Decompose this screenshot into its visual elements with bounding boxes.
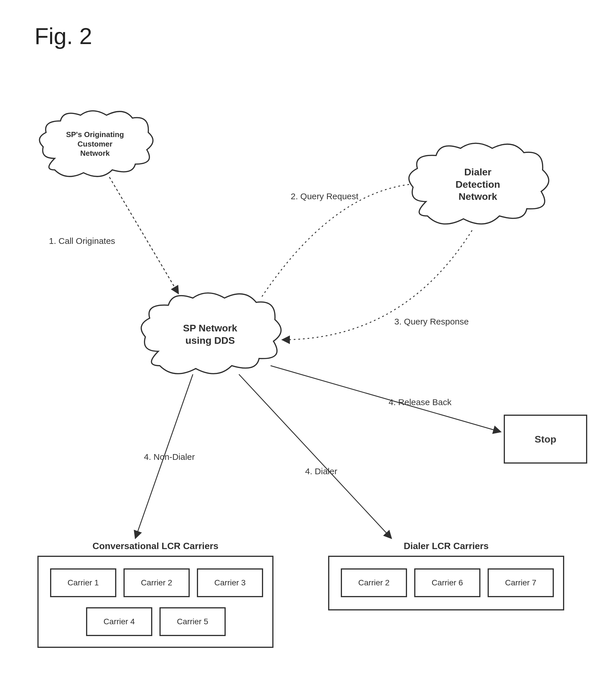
edge-label-query-response: 3. Query Response xyxy=(394,317,469,326)
edge-label-call-originates: 1. Call Originates xyxy=(49,236,115,246)
cloud-customer-line2: Customer xyxy=(47,140,144,149)
carrier-dialer-1: Carrier 2 xyxy=(341,569,407,597)
cloud-dialer-detection-network: Dialer Detection Network xyxy=(403,135,553,233)
edge-label-dialer: 4. Dialer xyxy=(305,467,337,476)
stop-box: Stop xyxy=(504,415,587,464)
carrier-conv-3: Carrier 3 xyxy=(197,569,263,597)
carrier-conv-2: Carrier 2 xyxy=(124,569,190,597)
group-conversational-title: Conversational LCR Carriers xyxy=(39,541,272,551)
svg-line-0 xyxy=(109,177,178,294)
cloud-customer-network: SP's Originating Customer Network xyxy=(35,104,155,184)
cloud-dds-line2: using DDS xyxy=(150,334,270,346)
edge-label-non-dialer: 4. Non-Dialer xyxy=(144,452,195,462)
carrier-conv-5: Carrier 5 xyxy=(159,607,226,636)
group-conversational-carriers: Conversational LCR Carriers Carrier 1 Ca… xyxy=(38,556,273,648)
group-dialer-title: Dialer LCR Carriers xyxy=(329,541,563,551)
carrier-dialer-2: Carrier 6 xyxy=(414,569,480,597)
carrier-conv-4: Carrier 4 xyxy=(86,607,152,636)
cloud-ddn-line3: Network xyxy=(418,190,538,203)
figure-label: Fig. 2 xyxy=(35,23,92,49)
carrier-conv-1: Carrier 1 xyxy=(50,569,116,597)
carrier-dialer-3: Carrier 7 xyxy=(488,569,554,597)
cloud-ddn-line1: Dialer xyxy=(418,166,538,178)
edge-label-query-request: 2. Query Request xyxy=(291,191,358,201)
svg-line-3 xyxy=(239,374,392,538)
cloud-ddn-line2: Detection xyxy=(418,178,538,191)
group-dialer-carriers: Dialer LCR Carriers Carrier 2 Carrier 6 … xyxy=(328,556,564,611)
cloud-customer-line3: Network xyxy=(47,149,144,158)
cloud-dds-line1: SP Network xyxy=(150,322,270,334)
svg-line-1 xyxy=(270,366,501,432)
cloud-customer-line1: SP's Originating xyxy=(47,130,144,140)
cloud-sp-network-dds: SP Network using DDS xyxy=(135,285,285,383)
edge-label-release-back: 4. Release Back xyxy=(389,397,452,407)
stop-label: Stop xyxy=(534,434,556,445)
diagram-canvas: Fig. 2 SP's Originating Customer Network xyxy=(0,0,616,685)
